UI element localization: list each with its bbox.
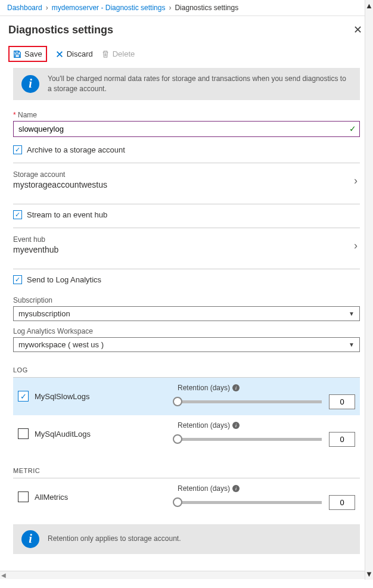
toolbar: Save Discard Delete — [0, 42, 373, 68]
name-input[interactable] — [13, 121, 360, 137]
storage-account-label: Storage account — [13, 170, 107, 179]
workspace-value: myworkspace ( west us ) — [18, 340, 104, 349]
delete-label: Delete — [113, 49, 135, 58]
row-checkbox[interactable] — [18, 491, 29, 502]
info-icon[interactable]: i — [232, 384, 240, 391]
retention-input[interactable] — [329, 432, 355, 447]
info-message: Retention only applies to storage accoun… — [48, 534, 181, 544]
delete-icon — [101, 50, 110, 58]
breadcrumb-current: Diagnostics settings — [175, 4, 238, 12]
horizontal-scrollbar[interactable]: ◀ ▶ — [0, 571, 373, 579]
info-icon[interactable]: i — [232, 485, 240, 492]
info-message: You'll be charged normal data rates for … — [48, 74, 352, 94]
row-checkbox[interactable]: ✓ — [18, 391, 29, 402]
subscription-value: mysubscription — [18, 309, 70, 318]
log-analytics-checkbox[interactable]: ✓ — [13, 275, 22, 284]
retention-label: Retention (days) — [178, 384, 230, 392]
subscription-select[interactable]: mysubscription ▼ — [13, 306, 360, 321]
log-analytics-label: Send to Log Analytics — [27, 275, 101, 284]
divider — [13, 269, 360, 269]
stream-label: Stream to an event hub — [27, 210, 107, 219]
storage-account-value: mystorageaccountwestus — [13, 180, 107, 189]
divider — [13, 228, 360, 228]
discard-button[interactable]: Discard — [55, 49, 93, 58]
info-storage-charges: i You'll be charged normal data rates fo… — [13, 68, 360, 100]
retention-input[interactable] — [329, 495, 355, 510]
divider — [13, 163, 360, 163]
row-name: MySqlAuditLogs — [35, 430, 172, 438]
storage-account-picker[interactable]: Storage account mystorageaccountwestus › — [13, 169, 360, 195]
retention-label: Retention (days) — [178, 421, 230, 430]
save-button[interactable]: Save — [13, 49, 42, 58]
row-name: AllMetrics — [35, 493, 172, 502]
name-label: Name — [13, 111, 360, 119]
chevron-down-icon: ▼ — [349, 310, 355, 317]
retention-input[interactable] — [329, 394, 355, 409]
metric-section-header: METRIC — [13, 467, 360, 478]
scroll-down-icon[interactable]: ▼ — [365, 570, 373, 578]
retention-slider[interactable] — [178, 438, 322, 441]
metric-row-allmetrics[interactable]: AllMetrics Retention (days)i — [13, 478, 360, 516]
save-icon — [13, 50, 21, 58]
retention-label: Retention (days) — [178, 484, 230, 493]
event-hub-picker[interactable]: Event hub myeventhub › — [13, 234, 360, 260]
log-row-mysqlauditlogs[interactable]: MySqlAuditLogs Retention (days)i — [13, 415, 360, 453]
close-icon[interactable]: ✕ — [351, 21, 365, 39]
chevron-right-icon: › — [352, 172, 360, 189]
scroll-up-icon[interactable]: ▲ — [365, 1, 373, 10]
subscription-label: Subscription — [13, 296, 360, 304]
row-name: MySqlSlowLogs — [35, 392, 172, 401]
vertical-scrollbar[interactable]: ▲ ▼ — [365, 0, 373, 579]
page-title: Diagnostics settings — [8, 24, 113, 36]
log-row-mysqlslowlogs[interactable]: ✓ MySqlSlowLogs Retention (days)i — [13, 378, 360, 415]
retention-slider[interactable] — [178, 501, 322, 504]
chevron-right-icon: › — [46, 4, 48, 12]
delete-button: Delete — [101, 49, 135, 58]
workspace-select[interactable]: myworkspace ( west us ) ▼ — [13, 337, 360, 352]
validation-check-icon: ✓ — [349, 124, 356, 133]
info-icon[interactable]: i — [232, 422, 240, 429]
breadcrumb-server[interactable]: mydemoserver - Diagnostic settings — [52, 4, 166, 12]
breadcrumb-dashboard[interactable]: Dashboard — [7, 4, 42, 12]
archive-checkbox[interactable]: ✓ — [13, 145, 22, 154]
scroll-left-icon[interactable]: ◀ — [1, 572, 6, 578]
info-icon: i — [21, 75, 39, 93]
chevron-down-icon: ▼ — [349, 341, 355, 348]
retention-slider[interactable] — [178, 400, 322, 403]
discard-icon — [55, 50, 64, 58]
log-section-header: LOG — [13, 366, 360, 378]
info-retention-note: i Retention only applies to storage acco… — [13, 524, 360, 554]
row-checkbox[interactable] — [18, 428, 29, 439]
event-hub-value: myeventhub — [13, 245, 58, 254]
save-label: Save — [24, 49, 42, 58]
stream-checkbox[interactable]: ✓ — [13, 210, 22, 219]
chevron-right-icon: › — [352, 237, 360, 254]
discard-label: Discard — [67, 49, 93, 58]
info-icon: i — [21, 530, 39, 548]
divider — [13, 204, 360, 204]
archive-label: Archive to a storage account — [27, 145, 125, 154]
breadcrumb: Dashboard › mydemoserver - Diagnostic se… — [0, 0, 373, 16]
workspace-label: Log Analytics Workspace — [13, 327, 360, 335]
event-hub-label: Event hub — [13, 235, 58, 244]
chevron-right-icon: › — [169, 4, 171, 12]
